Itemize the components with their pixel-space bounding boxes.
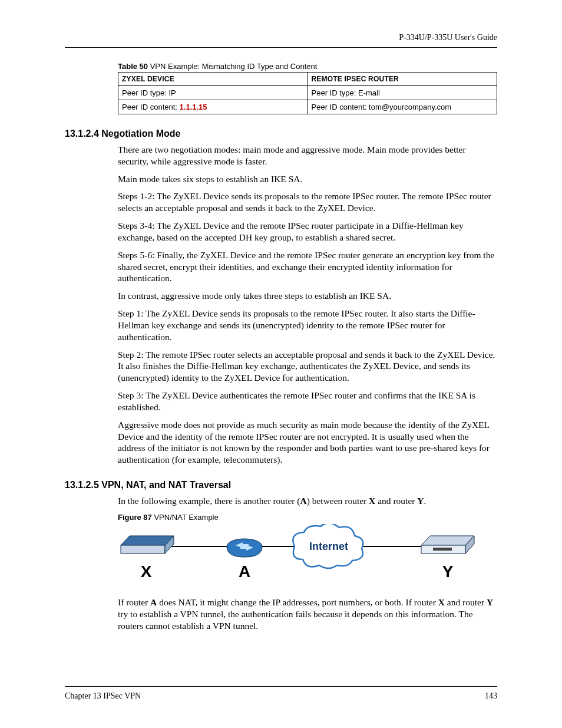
paragraph: Step 3: The ZyXEL Device authenticates t… bbox=[118, 390, 497, 413]
table-header-row: ZYXEL DEVICE REMOTE IPSEC ROUTER bbox=[118, 73, 497, 86]
cell-highlight: 1.1.1.15 bbox=[180, 103, 207, 111]
footer-page-number: 143 bbox=[485, 691, 497, 701]
paragraph: In the following example, there is anoth… bbox=[118, 495, 497, 507]
cell: Peer ID type: IP bbox=[118, 86, 308, 100]
figure-number: Figure 87 bbox=[118, 513, 152, 522]
paragraph: Steps 3-4: The ZyXEL Device and the remo… bbox=[118, 220, 497, 243]
figure-vpn-nat: X A Internet bbox=[118, 524, 497, 588]
router-a-icon bbox=[227, 539, 262, 557]
paragraph: There are two negotiation modes: main mo… bbox=[118, 144, 497, 167]
section-heading-negotiation-mode: 13.1.2.4 Negotiation Mode bbox=[65, 129, 497, 139]
svg-rect-8 bbox=[433, 548, 452, 551]
cell: Peer ID content: 1.1.1.15 bbox=[118, 100, 308, 114]
col-zyxel-device: ZYXEL DEVICE bbox=[118, 73, 308, 86]
cell: Peer ID content: tom@yourcompany.com bbox=[308, 100, 497, 114]
figure-title: VPN/NAT Example bbox=[152, 513, 219, 522]
svg-marker-1 bbox=[121, 536, 174, 545]
paragraph: Step 2: The remote IPSec router selects … bbox=[118, 349, 497, 384]
table-caption: Table 50 VPN Example: Mismatching ID Typ… bbox=[118, 62, 497, 71]
section-heading-vpn-nat: 13.1.2.5 VPN, NAT, and NAT Traversal bbox=[65, 480, 497, 490]
section-body: In the following example, there is anoth… bbox=[118, 495, 497, 631]
mismatching-id-table: ZYXEL DEVICE REMOTE IPSEC ROUTER Peer ID… bbox=[118, 72, 497, 114]
paragraph: Main mode takes six steps to establish a… bbox=[118, 173, 497, 185]
device-x-icon bbox=[121, 536, 174, 554]
svg-marker-5 bbox=[421, 536, 474, 545]
section-body: There are two negotiation modes: main mo… bbox=[118, 144, 497, 466]
paragraph: Aggressive mode does not provide as much… bbox=[118, 419, 497, 466]
paragraph: Steps 5-6: Finally, the ZyXEL Device and… bbox=[118, 249, 497, 284]
table-number: Table 50 bbox=[118, 62, 148, 71]
footer-chapter: Chapter 13 IPSec VPN bbox=[65, 691, 141, 701]
page-footer: Chapter 13 IPSec VPN 143 bbox=[65, 686, 497, 701]
figure-caption: Figure 87 VPN/NAT Example bbox=[118, 513, 497, 522]
paragraph: Step 1: The ZyXEL Device sends its propo… bbox=[118, 308, 497, 342]
cell-prefix: Peer ID content: bbox=[122, 103, 180, 111]
paragraph: If router A does NAT, it might change th… bbox=[118, 597, 497, 631]
label-x: X bbox=[141, 562, 152, 581]
page-header: P-334U/P-335U User's Guide bbox=[65, 33, 497, 48]
paragraph: In contrast, aggressive mode only takes … bbox=[118, 290, 497, 302]
table-title: VPN Example: Mismatching ID Type and Con… bbox=[148, 62, 317, 71]
table-row: Peer ID type: IP Peer ID type: E-mail bbox=[118, 86, 497, 100]
paragraph: Steps 1-2: The ZyXEL Device sends its pr… bbox=[118, 190, 497, 214]
label-a: A bbox=[239, 562, 250, 581]
label-internet: Internet bbox=[309, 541, 348, 552]
svg-rect-2 bbox=[121, 545, 165, 554]
guide-title: P-334U/P-335U User's Guide bbox=[399, 33, 497, 42]
table-row: Peer ID content: 1.1.1.15 Peer ID conten… bbox=[118, 100, 497, 114]
vpn-nat-diagram: X A Internet bbox=[118, 524, 477, 586]
col-remote-ipsec-router: REMOTE IPSEC ROUTER bbox=[308, 73, 497, 86]
cell: Peer ID type: E-mail bbox=[308, 86, 497, 100]
device-y-icon bbox=[421, 536, 474, 554]
label-y: Y bbox=[442, 562, 454, 581]
